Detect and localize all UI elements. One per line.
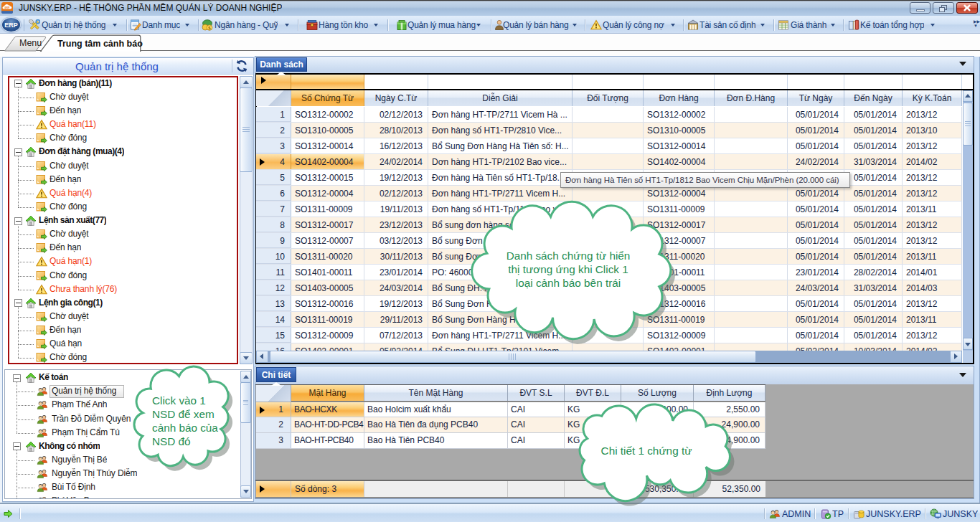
svg-text:ERP: ERP: [5, 6, 11, 9]
